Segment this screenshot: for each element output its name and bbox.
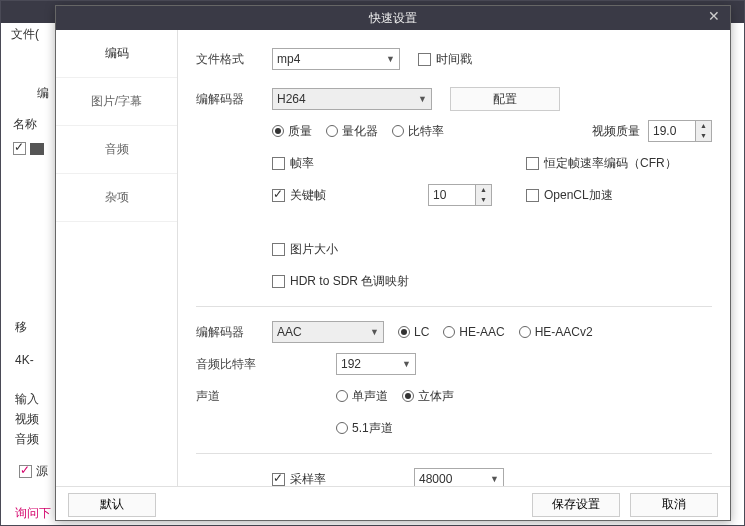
keyframe-checkbox[interactable]: 关键帧 <box>272 187 344 204</box>
section-divider <box>196 306 712 307</box>
he-aac-radio[interactable]: HE-AAC <box>443 325 504 339</box>
spin-up-icon[interactable]: ▲ <box>696 121 711 131</box>
bg-source-checkbox-row: 源 <box>19 463 48 480</box>
dialog-sidebar: 编码 图片/字幕 音频 杂项 <box>56 30 178 486</box>
bitrate-radio[interactable]: 比特率 <box>392 123 444 140</box>
file-icon <box>30 143 44 155</box>
menu-file[interactable]: 文件( <box>11 26 39 43</box>
bg-label-move: 移 <box>15 319 27 336</box>
samplerate-checkbox[interactable]: 采样率 <box>272 471 344 487</box>
bg-label-video: 视频 <box>15 411 39 428</box>
dialog-titlebar: 快速设置 ✕ <box>56 6 730 30</box>
chevron-down-icon: ▼ <box>402 359 411 369</box>
hdr-sdr-checkbox[interactable]: HDR to SDR 色调映射 <box>272 273 409 290</box>
bg-label-bottom: 询问下 <box>15 505 51 522</box>
he-aacv2-radio[interactable]: HE-AACv2 <box>519 325 593 339</box>
chevron-down-icon: ▼ <box>386 54 395 64</box>
opencl-checkbox[interactable]: OpenCL加速 <box>526 187 613 204</box>
spin-down-icon[interactable]: ▼ <box>476 195 491 205</box>
configure-button[interactable]: 配置 <box>450 87 560 111</box>
audio-bitrate-select[interactable]: 192 ▼ <box>336 353 416 375</box>
cfr-checkbox[interactable]: 恒定帧速率编码（CFR） <box>526 155 677 172</box>
ch51-radio[interactable]: 5.1声道 <box>336 420 393 437</box>
samplerate-select[interactable]: 48000 ▼ <box>414 468 504 486</box>
sidebar-item-misc[interactable]: 杂项 <box>56 174 177 222</box>
spin-down-icon[interactable]: ▼ <box>696 131 711 141</box>
bg-label-4k: 4K- <box>15 353 34 367</box>
stereo-radio[interactable]: 立体声 <box>402 388 454 405</box>
file-format-select[interactable]: mp4 ▼ <box>272 48 400 70</box>
label-channels: 声道 <box>196 388 336 405</box>
label-file-format: 文件格式 <box>196 51 272 68</box>
framerate-checkbox[interactable]: 帧率 <box>272 155 422 172</box>
image-size-checkbox[interactable]: 图片大小 <box>272 241 338 258</box>
keyframe-spinner[interactable]: 10 ▲▼ <box>428 184 492 206</box>
chevron-down-icon: ▼ <box>418 94 427 104</box>
label-video-quality: 视频质量 <box>592 123 640 140</box>
label-audio-codec: 编解码器 <box>196 324 272 341</box>
audio-codec-select[interactable]: AAC ▼ <box>272 321 384 343</box>
spin-up-icon[interactable]: ▲ <box>476 185 491 195</box>
dialog-title: 快速设置 <box>369 10 417 27</box>
cancel-button[interactable]: 取消 <box>630 493 718 517</box>
default-button[interactable]: 默认 <box>68 493 156 517</box>
col-header-edit: 编 <box>37 85 49 102</box>
timestamp-checkbox[interactable]: 时间戳 <box>418 51 472 68</box>
quality-radio[interactable]: 质量 <box>272 123 312 140</box>
col-header-name: 名称 <box>13 116 49 133</box>
sidebar-item-audio[interactable]: 音频 <box>56 126 177 174</box>
quick-settings-dialog: 快速设置 ✕ 编码 图片/字幕 音频 杂项 文件格式 mp4 ▼ 时间戳 <box>55 5 731 521</box>
sidebar-item-encode[interactable]: 编码 <box>56 30 177 78</box>
chevron-down-icon: ▼ <box>490 474 499 484</box>
quantizer-radio[interactable]: 量化器 <box>326 123 378 140</box>
bg-label-input: 输入 <box>15 391 39 408</box>
dialog-footer: 默认 保存设置 取消 <box>56 486 730 522</box>
aac-lc-radio[interactable]: LC <box>398 325 429 339</box>
list-row-checkbox[interactable] <box>13 142 26 155</box>
save-button[interactable]: 保存设置 <box>532 493 620 517</box>
video-quality-spinner[interactable]: 19.0 ▲▼ <box>648 120 712 142</box>
sidebar-item-image-sub[interactable]: 图片/字幕 <box>56 78 177 126</box>
dialog-main: 文件格式 mp4 ▼ 时间戳 编解码器 H264 ▼ 配置 <box>178 30 730 486</box>
video-codec-select[interactable]: H264 ▼ <box>272 88 432 110</box>
chevron-down-icon: ▼ <box>370 327 379 337</box>
label-audio-bitrate: 音频比特率 <box>196 356 336 373</box>
source-checkbox[interactable] <box>19 465 32 478</box>
mono-radio[interactable]: 单声道 <box>336 388 388 405</box>
label-codec: 编解码器 <box>196 91 272 108</box>
bg-label-audio: 音频 <box>15 431 39 448</box>
section-divider <box>196 453 712 454</box>
dialog-close-icon[interactable]: ✕ <box>704 8 724 24</box>
